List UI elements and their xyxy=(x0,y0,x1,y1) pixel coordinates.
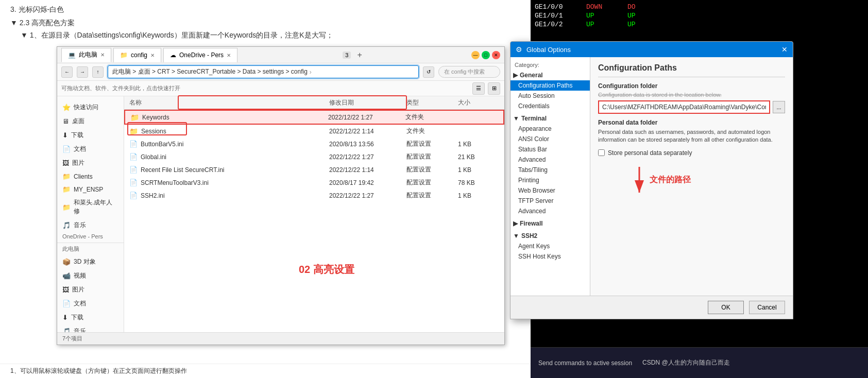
dialog-body: Category: ▶ General Configuration Paths … xyxy=(510,57,793,296)
sidebar-item-clients[interactable]: 📁 Clients xyxy=(57,170,124,183)
tab-add-button[interactable]: + xyxy=(353,50,366,60)
dlg-tabs-tiling[interactable]: Tabs/Tiling xyxy=(510,165,590,175)
file-row-sessions[interactable]: 📁 Sessions 2022/12/22 1:14 文件夹 xyxy=(124,125,504,138)
sidebar-item-pic2[interactable]: 🖼 图片 xyxy=(57,283,124,297)
dlg-advanced[interactable]: Advanced xyxy=(510,154,590,165)
sidebar-item-label: 视频 xyxy=(74,271,86,280)
pic2-icon: 🖼 xyxy=(62,286,69,294)
sidebar-item-doc1[interactable]: 📄 文档 xyxy=(57,142,124,156)
sidebar-item-label: 和菜头.成年人修 xyxy=(74,198,118,216)
sidebar-item-music1[interactable]: 🎵 音乐 xyxy=(57,218,124,232)
minimize-button[interactable]: — xyxy=(471,51,480,59)
sidebar-item-doc2[interactable]: 📄 文档 xyxy=(57,297,124,311)
dlg-firewall-section[interactable]: ▶ Firewall xyxy=(510,218,590,229)
doc-icon: 📄 xyxy=(62,145,71,153)
sidebar-item-myensp[interactable]: 📁 MY_ENSP xyxy=(57,183,124,196)
doc-bottom-text: 1、可以用鼠标滚轮或键盘（方向键）在正文页面间进行翻页操作 xyxy=(0,364,531,378)
dlg-terminal-section[interactable]: ▼ Terminal xyxy=(510,113,590,124)
close-button[interactable]: ✕ xyxy=(492,51,500,59)
nav-forward-button[interactable]: → xyxy=(77,66,88,78)
nav-up-button[interactable]: ↑ xyxy=(92,66,104,78)
dlg-appearance[interactable]: Appearance xyxy=(510,124,590,134)
file-label-keywords: Keywords xyxy=(142,114,169,121)
sidebar-item-label: 下载 xyxy=(71,313,83,322)
caitu-icon: 📁 xyxy=(62,203,71,211)
config-path-browse-button[interactable]: ... xyxy=(773,101,785,113)
file-date-sessions: 2022/12/22 1:14 xyxy=(329,128,406,135)
triangle-icon: ▶ xyxy=(513,72,518,79)
sidebar-item-caitu[interactable]: 📁 和菜头.成年人修 xyxy=(57,196,124,218)
sidebar-item-pic1[interactable]: 🖼 图片 xyxy=(57,156,124,170)
firewall-label: Firewall xyxy=(520,220,543,227)
file-size-buttonbar: 1 KB xyxy=(458,141,499,148)
sidebar-item-quick-access[interactable]: ⭐ 快速访问 xyxy=(57,100,124,114)
file-icon-recentfile: 📄 xyxy=(129,166,138,174)
file-row-recentfile[interactable]: 📄 Recent File List SecureCRT.ini 2022/12… xyxy=(124,163,504,176)
explorer-titlebar: 💻 此电脑 ✕ 📁 config ✕ ☁ OneDrive - Pers ✕ 3… xyxy=(57,47,504,63)
maximize-button[interactable]: □ xyxy=(482,51,490,59)
file-date-buttonbar: 2020/8/13 13:56 xyxy=(329,141,406,148)
dlg-credentials[interactable]: Credentials xyxy=(510,101,590,111)
sidebar-item-download1[interactable]: ⬇ 下载 xyxy=(57,128,124,142)
view-details-button[interactable]: ☰ xyxy=(472,82,485,95)
dlg-terminal-advanced[interactable]: Advanced xyxy=(510,206,590,216)
file-size-recentfile: 1 KB xyxy=(458,166,499,174)
dialog-footer: OK Cancel xyxy=(510,296,793,319)
file-type-buttonbar: 配置设置 xyxy=(406,140,458,148)
file-row-scrtmenu[interactable]: 📄 SCRTMenuToolbarV3.ini 2020/8/17 19:42 … xyxy=(124,176,504,189)
sidebar-item-label: 桌面 xyxy=(72,117,84,126)
sidebar-item-label: Clients xyxy=(74,173,93,180)
tab-this-pc-close[interactable]: ✕ xyxy=(100,52,105,58)
file-icon-scrtmenu: 📄 xyxy=(129,179,138,186)
sidebar-item-download2[interactable]: ⬇ 下载 xyxy=(57,311,124,324)
dlg-config-paths[interactable]: Configuration Paths xyxy=(510,80,590,91)
firewall-triangle-icon: ▶ xyxy=(513,220,518,227)
sidebar-item-3dobj[interactable]: 📦 3D 对象 xyxy=(57,255,124,269)
dlg-auto-session[interactable]: Auto Session xyxy=(510,91,590,101)
view-grid-button[interactable]: ⊞ xyxy=(488,82,500,95)
store-personal-checkbox[interactable] xyxy=(598,149,605,156)
dlg-general-section[interactable]: ▶ General xyxy=(510,70,590,80)
folder-icon-sessions: 📁 xyxy=(129,127,138,135)
dlg-tftp-server[interactable]: TFTP Server xyxy=(510,196,590,206)
file-label-ssh2: SSH2.ini xyxy=(141,192,165,199)
dlg-agent-keys[interactable]: Agent Keys xyxy=(510,241,590,251)
terminal-status1-0: DOWN xyxy=(586,3,627,11)
file-row-keywords[interactable]: 📁 Keywords 2022/12/22 1:27 文件夹 xyxy=(124,110,504,125)
sidebar-item-video[interactable]: 📹 视频 xyxy=(57,269,124,283)
col-name: 名称 xyxy=(129,98,329,107)
tab-config[interactable]: 📁 config ✕ xyxy=(113,48,161,62)
dialog-close-button[interactable]: ✕ xyxy=(781,45,788,54)
file-row-ssh2[interactable]: 📄 SSH2.ini 2022/12/22 1:27 配置设置 1 KB xyxy=(124,189,504,202)
dlg-web-browser[interactable]: Web Browser xyxy=(510,185,590,196)
tab-config-close[interactable]: ✕ xyxy=(150,53,155,58)
config-path-input[interactable] xyxy=(598,100,770,114)
dlg-ssh2-section[interactable]: ▼ SSH2 xyxy=(510,231,590,241)
star-icon: ⭐ xyxy=(62,104,71,111)
file-row-buttonbar[interactable]: 📄 ButtonBarV5.ini 2020/8/13 13:56 配置设置 1… xyxy=(124,138,504,150)
dlg-printing[interactable]: Printing xyxy=(510,175,590,185)
search-box[interactable]: 在 config 中搜索 xyxy=(438,66,500,78)
file-icon-global: 📄 xyxy=(129,153,138,161)
col-type: 类型 xyxy=(406,98,458,107)
dlg-status-bar[interactable]: Status Bar xyxy=(510,144,590,154)
breadcrumb-path[interactable]: 此电脑 > 桌面 > CRT > SecureCRT_Portable > Da… xyxy=(108,65,419,78)
dlg-ansi-color[interactable]: ANSI Color xyxy=(510,134,590,144)
sidebar-item-desktop1[interactable]: 🖥 桌面 xyxy=(57,114,124,128)
tab-onedrive[interactable]: ☁ OneDrive - Pers ✕ xyxy=(163,48,237,62)
nav-back-button[interactable]: ← xyxy=(61,66,73,78)
tab-this-pc[interactable]: 💻 此电脑 ✕ xyxy=(61,48,111,62)
dlg-ssh-host-keys[interactable]: SSH Host Keys xyxy=(510,251,590,262)
sidebar-item-label: 下载 xyxy=(71,131,83,140)
file-label-sessions: Sessions xyxy=(141,128,166,135)
file-row-global[interactable]: 📄 Global.ini 2022/12/22 1:27 配置设置 21 KB xyxy=(124,150,504,163)
file-date-scrtmenu: 2020/8/17 19:42 xyxy=(329,179,406,186)
terminal-row-1: GE1/0/1 UP UP xyxy=(531,11,868,20)
ok-button[interactable]: OK xyxy=(708,301,744,314)
refresh-button[interactable]: ↺ xyxy=(423,66,434,78)
terminal-iface-0: GE1/0/0 xyxy=(535,3,586,11)
tab-onedrive-close[interactable]: ✕ xyxy=(227,53,231,58)
sidebar-item-label: 3D 对象 xyxy=(74,257,96,266)
tab-config-label: config xyxy=(131,51,147,59)
cancel-button[interactable]: Cancel xyxy=(749,301,785,314)
